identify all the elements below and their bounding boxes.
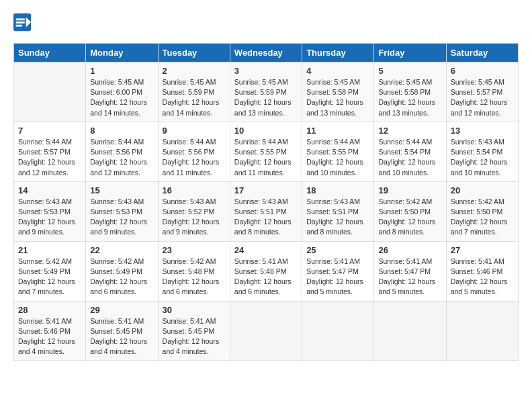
header-friday: Friday [374, 44, 446, 62]
day-info: Sunrise: 5:44 AM Sunset: 5:57 PM Dayligh… [18, 137, 81, 178]
calendar-cell: 23Sunrise: 5:42 AM Sunset: 5:48 PM Dayli… [158, 241, 230, 301]
calendar-cell [374, 301, 446, 361]
calendar-cell: 9Sunrise: 5:44 AM Sunset: 5:56 PM Daylig… [158, 122, 230, 181]
day-info: Sunrise: 5:44 AM Sunset: 5:55 PM Dayligh… [234, 137, 298, 178]
day-number: 18 [306, 185, 369, 195]
day-number: 14 [18, 185, 81, 195]
day-info: Sunrise: 5:45 AM Sunset: 5:59 PM Dayligh… [163, 77, 226, 118]
calendar-cell: 4Sunrise: 5:45 AM Sunset: 5:58 PM Daylig… [302, 62, 374, 122]
day-info: Sunrise: 5:45 AM Sunset: 5:58 PM Dayligh… [378, 77, 441, 118]
calendar-cell: 19Sunrise: 5:42 AM Sunset: 5:50 PM Dayli… [374, 181, 446, 241]
calendar-cell: 14Sunrise: 5:43 AM Sunset: 5:53 PM Dayli… [14, 181, 86, 241]
logo [13, 13, 34, 32]
calendar-cell: 15Sunrise: 5:43 AM Sunset: 5:53 PM Dayli… [86, 181, 158, 241]
day-number: 25 [306, 245, 369, 255]
day-info: Sunrise: 5:44 AM Sunset: 5:56 PM Dayligh… [90, 137, 153, 178]
calendar-cell: 6Sunrise: 5:45 AM Sunset: 5:57 PM Daylig… [446, 62, 518, 122]
day-number: 4 [306, 66, 369, 76]
calendar-cell: 5Sunrise: 5:45 AM Sunset: 5:58 PM Daylig… [374, 62, 446, 122]
calendar-cell [14, 62, 86, 122]
day-info: Sunrise: 5:43 AM Sunset: 5:53 PM Dayligh… [18, 197, 81, 238]
day-number: 12 [378, 126, 441, 136]
calendar-header-row: SundayMondayTuesdayWednesdayThursdayFrid… [14, 44, 519, 62]
day-number: 20 [451, 185, 514, 195]
header-thursday: Thursday [302, 44, 374, 62]
day-number: 30 [163, 305, 226, 315]
day-number: 7 [18, 126, 81, 136]
day-info: Sunrise: 5:42 AM Sunset: 5:50 PM Dayligh… [378, 197, 441, 238]
calendar-week-row: 21Sunrise: 5:42 AM Sunset: 5:49 PM Dayli… [14, 241, 519, 301]
day-number: 6 [451, 66, 514, 76]
day-info: Sunrise: 5:43 AM Sunset: 5:53 PM Dayligh… [90, 197, 153, 238]
calendar-cell: 7Sunrise: 5:44 AM Sunset: 5:57 PM Daylig… [14, 122, 86, 181]
day-number: 24 [234, 245, 298, 255]
calendar-cell: 8Sunrise: 5:44 AM Sunset: 5:56 PM Daylig… [86, 122, 158, 181]
day-number: 17 [234, 185, 298, 195]
calendar-cell: 1Sunrise: 5:45 AM Sunset: 6:00 PM Daylig… [86, 62, 158, 122]
day-number: 1 [90, 66, 153, 76]
svg-rect-2 [16, 18, 25, 20]
day-info: Sunrise: 5:43 AM Sunset: 5:54 PM Dayligh… [451, 137, 514, 178]
calendar-cell: 26Sunrise: 5:41 AM Sunset: 5:47 PM Dayli… [374, 241, 446, 301]
day-number: 2 [163, 66, 226, 76]
calendar-cell [446, 301, 518, 361]
day-info: Sunrise: 5:42 AM Sunset: 5:48 PM Dayligh… [163, 257, 226, 298]
header-wednesday: Wednesday [230, 44, 302, 62]
day-info: Sunrise: 5:43 AM Sunset: 5:51 PM Dayligh… [234, 197, 298, 238]
calendar-cell: 29Sunrise: 5:41 AM Sunset: 5:45 PM Dayli… [86, 301, 158, 361]
day-info: Sunrise: 5:45 AM Sunset: 5:59 PM Dayligh… [234, 77, 298, 118]
day-number: 22 [90, 245, 153, 255]
day-number: 23 [163, 245, 226, 255]
calendar-cell: 16Sunrise: 5:43 AM Sunset: 5:52 PM Dayli… [158, 181, 230, 241]
day-info: Sunrise: 5:45 AM Sunset: 5:57 PM Dayligh… [451, 77, 514, 118]
calendar-cell: 20Sunrise: 5:42 AM Sunset: 5:50 PM Dayli… [446, 181, 518, 241]
calendar-week-row: 28Sunrise: 5:41 AM Sunset: 5:46 PM Dayli… [14, 301, 519, 361]
calendar-week-row: 7Sunrise: 5:44 AM Sunset: 5:57 PM Daylig… [14, 122, 519, 181]
day-number: 19 [378, 185, 441, 195]
day-number: 11 [306, 126, 369, 136]
day-info: Sunrise: 5:44 AM Sunset: 5:56 PM Dayligh… [163, 137, 226, 178]
day-number: 27 [451, 245, 514, 255]
day-number: 5 [378, 66, 441, 76]
day-number: 9 [163, 126, 226, 136]
calendar-table: SundayMondayTuesdayWednesdayThursdayFrid… [13, 43, 519, 361]
calendar-cell [302, 301, 374, 361]
calendar-cell: 28Sunrise: 5:41 AM Sunset: 5:46 PM Dayli… [14, 301, 86, 361]
day-info: Sunrise: 5:41 AM Sunset: 5:47 PM Dayligh… [378, 257, 441, 298]
day-number: 3 [234, 66, 298, 76]
calendar-cell: 25Sunrise: 5:41 AM Sunset: 5:47 PM Dayli… [302, 241, 374, 301]
day-info: Sunrise: 5:44 AM Sunset: 5:55 PM Dayligh… [306, 137, 369, 178]
day-info: Sunrise: 5:41 AM Sunset: 5:46 PM Dayligh… [18, 316, 81, 357]
day-number: 15 [90, 185, 153, 195]
calendar-cell: 17Sunrise: 5:43 AM Sunset: 5:51 PM Dayli… [230, 181, 302, 241]
svg-rect-3 [16, 21, 25, 24]
calendar-cell: 21Sunrise: 5:42 AM Sunset: 5:49 PM Dayli… [14, 241, 86, 301]
day-info: Sunrise: 5:44 AM Sunset: 5:54 PM Dayligh… [378, 137, 441, 178]
day-number: 29 [90, 305, 153, 315]
calendar-cell: 30Sunrise: 5:41 AM Sunset: 5:45 PM Dayli… [158, 301, 230, 361]
day-info: Sunrise: 5:41 AM Sunset: 5:48 PM Dayligh… [234, 257, 298, 298]
svg-rect-4 [16, 25, 22, 27]
calendar-cell: 22Sunrise: 5:42 AM Sunset: 5:49 PM Dayli… [86, 241, 158, 301]
calendar-cell: 24Sunrise: 5:41 AM Sunset: 5:48 PM Dayli… [230, 241, 302, 301]
logo-icon [13, 13, 32, 32]
day-info: Sunrise: 5:41 AM Sunset: 5:45 PM Dayligh… [163, 316, 226, 357]
day-info: Sunrise: 5:43 AM Sunset: 5:51 PM Dayligh… [306, 197, 369, 238]
calendar-cell: 11Sunrise: 5:44 AM Sunset: 5:55 PM Dayli… [302, 122, 374, 181]
calendar-week-row: 1Sunrise: 5:45 AM Sunset: 6:00 PM Daylig… [14, 62, 519, 122]
calendar-cell [230, 301, 302, 361]
day-info: Sunrise: 5:45 AM Sunset: 6:00 PM Dayligh… [90, 77, 153, 118]
header-saturday: Saturday [446, 44, 518, 62]
day-info: Sunrise: 5:41 AM Sunset: 5:46 PM Dayligh… [451, 257, 514, 298]
header-sunday: Sunday [14, 44, 86, 62]
day-number: 8 [90, 126, 153, 136]
day-info: Sunrise: 5:41 AM Sunset: 5:47 PM Dayligh… [306, 257, 369, 298]
day-info: Sunrise: 5:42 AM Sunset: 5:50 PM Dayligh… [451, 197, 514, 238]
day-info: Sunrise: 5:42 AM Sunset: 5:49 PM Dayligh… [18, 257, 81, 298]
calendar-cell: 18Sunrise: 5:43 AM Sunset: 5:51 PM Dayli… [302, 181, 374, 241]
calendar-cell: 12Sunrise: 5:44 AM Sunset: 5:54 PM Dayli… [374, 122, 446, 181]
day-number: 10 [234, 126, 298, 136]
day-info: Sunrise: 5:43 AM Sunset: 5:52 PM Dayligh… [163, 197, 226, 238]
day-number: 13 [451, 126, 514, 136]
page-header [13, 13, 519, 32]
